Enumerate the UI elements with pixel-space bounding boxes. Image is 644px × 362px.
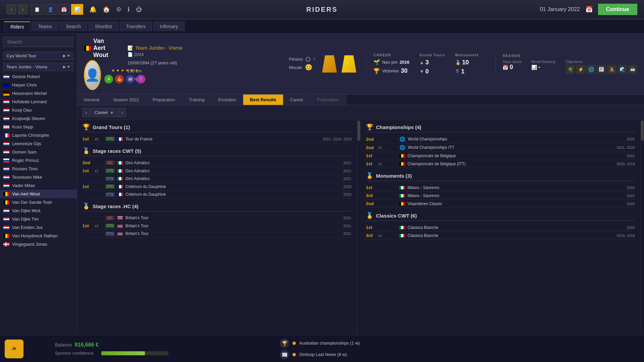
days-raced-stat: Days raced 📅 0 xyxy=(502,60,521,74)
news-text-2: Omloop Last News (8 w) xyxy=(299,352,347,357)
overview-icon-btn[interactable]: 📋 xyxy=(31,4,43,15)
tab-riders[interactable]: Riders xyxy=(4,21,30,32)
grand-tours-stats: Grand Tours ▲ 3 ▼ 0 xyxy=(419,53,445,75)
settings-icon[interactable]: ⚙ xyxy=(116,6,121,13)
clas-2-flag xyxy=(399,234,405,237)
tab-career[interactable]: Career xyxy=(283,95,311,105)
rider-name-leemreize: Leemreize Gijs xyxy=(12,141,41,146)
sidebar-item-vandijkemick[interactable]: Van Dijke Mick xyxy=(0,206,77,215)
calendar-icon-btn[interactable]: 📅 xyxy=(58,4,70,15)
sidebar-item-vanhooydонck[interactable]: Van Hooydонck Nathan xyxy=(0,232,77,240)
sidebar-item-oomen[interactable]: Oomen Sam xyxy=(0,148,77,156)
career-next-button[interactable]: › xyxy=(119,108,126,117)
continue-button[interactable]: Continue xyxy=(598,4,637,15)
rider-name-harper: Harper Chris xyxy=(12,82,37,87)
sidebar-item-vanaert[interactable]: Van Aert Wout xyxy=(0,190,77,198)
giro-pts-type: PTS xyxy=(105,177,115,181)
info-icon[interactable]: ℹ xyxy=(127,6,130,13)
filter-team[interactable]: Team Jumbo - Visma ▶ ▼ xyxy=(3,63,73,71)
tab-preparation[interactable]: Preparation xyxy=(146,95,182,105)
milan-2-race: Milano - Sanremo xyxy=(408,193,624,198)
power-icon[interactable]: ⏻ xyxy=(136,6,142,13)
tab-training[interactable]: Training xyxy=(182,95,211,105)
right-scrollbar[interactable] xyxy=(641,120,644,335)
tab-search[interactable]: Search xyxy=(60,21,87,31)
career-dropdown-button[interactable]: Career ▼ xyxy=(90,108,119,117)
career-prev-button[interactable]: ‹ xyxy=(83,108,90,117)
brit-stg-multi: x4 xyxy=(95,224,103,228)
search-input[interactable] xyxy=(3,37,73,47)
sponsor-label: Sponsor confidence xyxy=(55,351,99,356)
tab-infirmary[interactable]: Infirmary xyxy=(153,21,184,31)
filter-world-tour-label: Cya World Tour xyxy=(6,53,36,58)
bell-icon[interactable]: 🔔 xyxy=(89,6,97,13)
tab-evolution[interactable]: Evolution xyxy=(212,95,243,105)
sidebar-item-vandijketim[interactable]: Van Dijke Tim xyxy=(0,215,77,223)
sidebar-item-laporte[interactable]: Laporte Christophe xyxy=(0,131,77,139)
tab-transfers[interactable]: Transfers xyxy=(120,21,152,31)
tab-season2022[interactable]: Season 2022 xyxy=(106,95,146,105)
brit-stg-pos: 1st xyxy=(83,223,92,228)
sidebar-item-roosen[interactable]: Roosen Timo xyxy=(0,165,77,173)
gt-second-icon: ▼ xyxy=(419,69,424,74)
tab-shortlist[interactable]: Shortlist xyxy=(89,21,118,31)
sidebar-item-vanemden[interactable]: Van Emden Jos xyxy=(0,223,77,232)
days-raced-label: Days raced xyxy=(502,60,521,64)
flag-be-3 xyxy=(3,234,9,238)
sidebar-item-kruijswijk[interactable]: Kruijswijk Steven xyxy=(0,114,77,123)
obj-5: 🚴 xyxy=(607,65,616,74)
sidebar-item-leemreize[interactable]: Leemreize Gijs xyxy=(0,139,77,148)
clas-1-pos: 1st xyxy=(366,225,375,230)
sidebar-item-kooij[interactable]: Kooij Olav xyxy=(0,106,77,114)
tab-teams[interactable]: Teams xyxy=(32,21,58,31)
sidebar-item-vader[interactable]: Vader Milan xyxy=(0,181,77,190)
calendar-icon[interactable]: 📅 xyxy=(585,6,593,13)
home-icon[interactable]: 🏠 xyxy=(103,6,110,13)
sidebar-item-kuss[interactable]: Kuss Sepp xyxy=(0,123,77,131)
rider-panel: Van Aert Wout 👤 ★ ★ ★ ★ ★ ★ xyxy=(77,34,644,335)
star-4: ★ xyxy=(125,68,129,73)
left-scrollbar[interactable] xyxy=(357,120,361,335)
career-dropdown-label: Career xyxy=(95,110,108,115)
clas-1-type xyxy=(389,227,397,228)
bottom-left: Balance 916,666 € Sponsor confidence xyxy=(28,342,273,356)
sidebar-item-gesink[interactable]: Gesink Robert xyxy=(0,72,77,81)
sidebar-item-hessmann[interactable]: Hessmann Michel xyxy=(0,89,77,98)
result-wc-itt: 2nd x2 🌐 World Championships ITT 2021, 2… xyxy=(366,143,635,152)
sidebar-item-teunissen[interactable]: Teunissen Mike xyxy=(0,173,77,181)
rider-stars: ★ ★ ★ ★ ★ ★ xyxy=(104,68,145,73)
clas-2-pos: 3rd xyxy=(366,233,375,238)
tab-best-results[interactable]: Best Results xyxy=(243,95,283,105)
tab-proposition[interactable]: Proposition xyxy=(311,95,346,105)
rider-team: 📝 Team Jumbo - Visma xyxy=(127,45,275,51)
flag-nl-2 xyxy=(3,100,9,104)
rider-name-hofstede: Hofstede Lennard xyxy=(12,99,47,104)
brit-pts-flag xyxy=(117,232,123,235)
nav-back-button[interactable]: ‹ xyxy=(7,5,16,14)
sidebar-item-hofstede[interactable]: Hofstede Lennard xyxy=(0,98,77,106)
top-bar: ‹ › 📋 👤 📅 📊 🔔 🏠 ⚙ ℹ ⏻ RIDERS 01 January … xyxy=(0,0,644,19)
sidebar-item-vandersande[interactable]: Van Der Sande Tosh xyxy=(0,198,77,206)
main-layout: Cya World Tour ▶ ▼ Team Jumbo - Visma ▶ … xyxy=(0,34,644,335)
riders-icon-btn[interactable]: 👤 xyxy=(44,4,56,15)
tab-general[interactable]: General xyxy=(77,95,106,105)
sidebar-item-harper[interactable]: Harper Chris xyxy=(0,81,77,89)
neo-pro-row: 🌱 Neo pro 2016 xyxy=(373,59,409,65)
stats-icon-btn[interactable]: 📊 xyxy=(71,4,83,15)
team-logo: JV xyxy=(5,340,23,358)
morale-row: Morale 😊 xyxy=(289,64,315,71)
sidebar-item-vingegaard[interactable]: Vingegaard Jonas xyxy=(0,240,77,248)
milan-2-flag xyxy=(399,194,405,197)
nav-forward-button[interactable]: › xyxy=(18,5,28,14)
milan-2-year: 2021 xyxy=(627,194,635,198)
filter-world-tour[interactable]: Cya World Tour ▶ ▼ xyxy=(3,52,73,60)
avatar-container: Van Aert Wout 👤 ★ ★ ★ ★ ★ ★ xyxy=(84,38,117,90)
clas-1-flag xyxy=(399,226,405,229)
sidebar-item-roglic[interactable]: Roglic Primoz xyxy=(0,156,77,165)
trophy-icon: 🏆 xyxy=(373,68,380,74)
clas-2-multi: x2 xyxy=(378,234,386,238)
rider-name-roglic: Roglic Primoz xyxy=(12,158,39,163)
victories-label: Victories xyxy=(382,68,399,73)
mon-second-val: 1 xyxy=(461,68,465,75)
brit-gc-year: 2021 xyxy=(343,216,352,220)
